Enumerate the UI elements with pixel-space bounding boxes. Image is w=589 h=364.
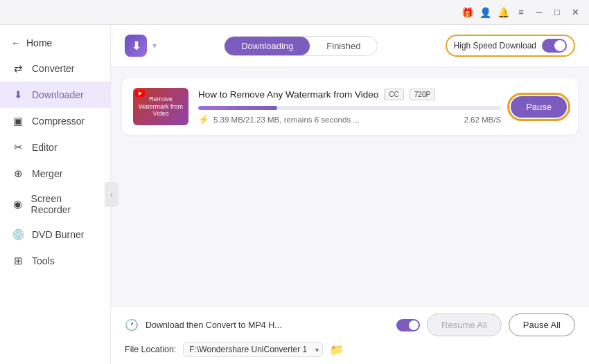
- converter-label: Converter: [32, 63, 74, 74]
- high-speed-switch[interactable]: [542, 39, 567, 53]
- sidebar-item-downloader[interactable]: ⬇ Downloader: [0, 82, 110, 108]
- file-location-select[interactable]: F:\Wondershare UniConverter 1: [183, 342, 323, 357]
- tab-finished[interactable]: Finished: [310, 37, 377, 55]
- compressor-icon: ▣: [11, 114, 25, 128]
- merger-icon: ⊕: [11, 167, 25, 181]
- app-logo: ⬇: [125, 35, 147, 57]
- menu-icon[interactable]: ≡: [514, 6, 528, 19]
- sidebar-item-editor[interactable]: ✂ Editor: [0, 134, 110, 161]
- content-area: ⬇ ▾ Downloading Finished High Speed Down…: [111, 25, 589, 364]
- card-title: How to Remove Any Watermark from Video: [198, 89, 378, 100]
- download-stats: 5.39 MB/21.23 MB, remains 6 seconds ...: [213, 116, 360, 124]
- downloader-icon: ⬇: [11, 88, 25, 102]
- youtube-badge: [135, 90, 145, 97]
- high-speed-toggle[interactable]: High Speed Download: [446, 35, 575, 57]
- tools-label: Tools: [32, 255, 55, 266]
- footer-buttons: Resume All Pause All: [427, 313, 575, 336]
- thumbnail-text: Remove Watermark from Video: [133, 94, 188, 119]
- gift-icon[interactable]: 🎁: [460, 6, 474, 19]
- badge-resolution: 720P: [410, 89, 435, 100]
- editor-label: Editor: [32, 142, 58, 153]
- merger-label: Merger: [32, 168, 62, 179]
- tools-icon: ⊞: [11, 254, 25, 268]
- card-stats: ⚡ 5.39 MB/21.23 MB, remains 6 seconds ..…: [198, 114, 501, 125]
- file-location-label: File Location:: [125, 345, 176, 354]
- pause-all-button[interactable]: Pause All: [509, 313, 575, 336]
- main-layout: ← Home ⇄ Converter ⬇ Downloader ▣ Compre…: [0, 25, 589, 364]
- convert-toggle[interactable]: [396, 319, 420, 331]
- compressor-label: Compressor: [32, 116, 85, 127]
- progress-bar-wrap: [198, 106, 501, 110]
- editor-icon: ✂: [11, 140, 25, 154]
- lightning-icon: ⚡: [198, 114, 209, 125]
- sidebar-item-merger[interactable]: ⊕ Merger: [0, 161, 110, 187]
- sidebar-item-compressor[interactable]: ▣ Compressor: [0, 108, 110, 134]
- user-icon[interactable]: 👤: [478, 6, 492, 19]
- tab-downloading[interactable]: Downloading: [225, 37, 310, 55]
- download-speed: 2.62 MB/S: [464, 116, 501, 124]
- resume-all-button[interactable]: Resume All: [427, 313, 502, 336]
- screen-recorder-icon: ◉: [11, 197, 24, 211]
- footer-location-row: File Location: F:\Wondershare UniConvert…: [125, 342, 575, 357]
- convert-label: Download then Convert to MP4 H...: [146, 320, 389, 330]
- sidebar: ← Home ⇄ Converter ⬇ Downloader ▣ Compre…: [0, 25, 111, 364]
- video-thumbnail: Remove Watermark from Video: [133, 88, 188, 125]
- youtube-play-icon: [139, 91, 142, 95]
- card-info: How to Remove Any Watermark from Video C…: [198, 89, 501, 125]
- maximize-button[interactable]: □: [550, 6, 564, 19]
- minimize-button[interactable]: ─: [532, 6, 546, 19]
- high-speed-label: High Speed Download: [454, 41, 536, 51]
- clock-icon: 🕐: [125, 318, 139, 331]
- bell-icon[interactable]: 🔔: [496, 6, 510, 19]
- pause-button[interactable]: Pause: [511, 96, 567, 118]
- content-header: ⬇ ▾ Downloading Finished High Speed Down…: [111, 25, 589, 67]
- back-icon: ←: [11, 37, 21, 48]
- sidebar-collapse-button[interactable]: ‹: [105, 182, 118, 207]
- badge-cc: CC: [384, 89, 403, 100]
- dvd-burner-icon: 💿: [11, 228, 25, 242]
- downloader-label: Downloader: [32, 89, 84, 100]
- dvd-burner-label: DVD Burner: [32, 229, 84, 240]
- sidebar-item-screen-recorder[interactable]: ◉ Screen Recorder: [0, 187, 110, 221]
- sidebar-item-tools[interactable]: ⊞ Tools: [0, 248, 110, 274]
- footer-convert-row: 🕐 Download then Convert to MP4 H... Resu…: [125, 313, 575, 336]
- close-button[interactable]: ✕: [568, 6, 582, 19]
- content-footer: 🕐 Download then Convert to MP4 H... Resu…: [111, 306, 589, 364]
- sidebar-item-dvd-burner[interactable]: 💿 DVD Burner: [0, 221, 110, 248]
- header-left: ⬇ ▾: [125, 35, 157, 57]
- logo-chevron: ▾: [152, 41, 157, 51]
- content-body: Remove Watermark from Video How to Remov…: [111, 67, 589, 306]
- home-label: Home: [26, 37, 52, 48]
- card-title-row: How to Remove Any Watermark from Video C…: [198, 89, 501, 100]
- sidebar-item-converter[interactable]: ⇄ Converter: [0, 55, 110, 82]
- converter-icon: ⇄: [11, 62, 25, 75]
- sidebar-item-home[interactable]: ← Home: [0, 30, 110, 55]
- progress-bar-fill: [198, 106, 277, 110]
- file-location-wrap: F:\Wondershare UniConverter 1: [183, 342, 323, 357]
- folder-icon[interactable]: 📁: [330, 343, 344, 356]
- tab-group: Downloading Finished: [224, 36, 378, 56]
- screen-recorder-label: Screen Recorder: [31, 193, 99, 215]
- download-card: Remove Watermark from Video How to Remov…: [122, 78, 578, 135]
- title-bar: 🎁 👤 🔔 ≡ ─ □ ✕: [0, 0, 589, 25]
